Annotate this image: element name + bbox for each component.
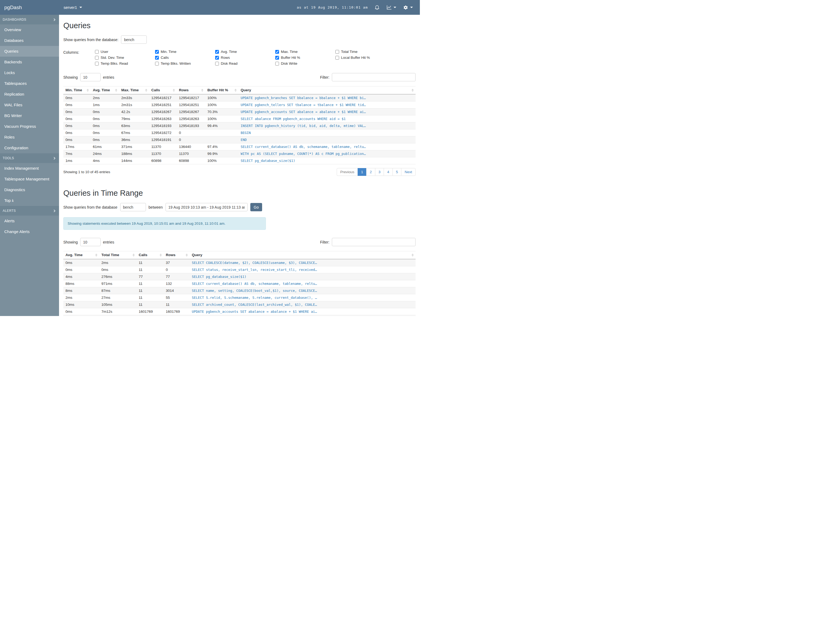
checkbox[interactable] (275, 50, 279, 54)
sidebar-item-bg-writer[interactable]: BG Writer (0, 110, 59, 121)
col-header-calls[interactable]: Calls (137, 251, 164, 259)
query-link[interactable]: UPDATE pgbench_accounts SET abalance = a… (241, 110, 366, 114)
database-input[interactable] (121, 35, 147, 44)
sidebar-item-roles[interactable]: Roles (0, 132, 59, 143)
query-link[interactable]: END (241, 138, 247, 142)
column-toggle-buffer-hit[interactable]: Buffer Hit % (275, 55, 335, 60)
column-toggle-std-dev-time[interactable]: Std. Dev. Time (95, 55, 155, 60)
checkbox[interactable] (215, 50, 219, 54)
checkbox[interactable] (95, 62, 99, 65)
checkbox[interactable] (155, 62, 159, 65)
col-header-avg-time[interactable]: Avg. Time (63, 251, 99, 259)
col-header-rows[interactable]: Rows (164, 251, 189, 259)
checkbox[interactable] (215, 62, 219, 65)
filter-input[interactable] (332, 73, 415, 81)
sort-icon (412, 89, 414, 92)
query-link[interactable]: UPDATE pgbench_accounts SET abalance = a… (192, 310, 317, 314)
column-toggle-user[interactable]: User (95, 50, 155, 54)
sidebar-item-overview[interactable]: Overview (0, 24, 59, 35)
query-link[interactable]: SELECT S.relid, S.schemaname, S.relname,… (192, 296, 317, 299)
col-header-min-time[interactable]: Min. Time (63, 86, 91, 95)
column-toggle-max-time[interactable]: Max. Time (275, 50, 335, 54)
checkbox[interactable] (95, 56, 99, 60)
charts-menu-button[interactable] (386, 5, 396, 10)
pagination-page-1[interactable]: 1 (358, 168, 367, 176)
pagination-previous[interactable]: Previous (337, 168, 358, 176)
sidebar-item-replication[interactable]: Replication (0, 89, 59, 100)
query-link[interactable]: SELECT name, setting, COALESCE(boot_val,… (192, 288, 317, 293)
table-row: 0ms0ms110SELECT status, receive_start_ls… (63, 266, 415, 273)
sidebar-item-databases[interactable]: Databases (0, 35, 59, 46)
filter-input[interactable] (332, 238, 415, 246)
settings-menu-button[interactable] (403, 5, 413, 11)
query-link[interactable]: UPDATE pgbench_branches SET bbalance = b… (241, 96, 366, 100)
query-link[interactable]: SELECT pg_database_size($1) (241, 159, 295, 163)
query-link[interactable]: SELECT archived_count, COALESCE(last_arc… (192, 303, 317, 307)
query-link[interactable]: BEGIN (241, 131, 251, 135)
sidebar-item-configuration[interactable]: Configuration (0, 143, 59, 153)
sidebar-item-tablespaces[interactable]: Tablespaces (0, 78, 59, 89)
column-toggle-total-time[interactable]: Total Time (335, 50, 395, 54)
query-link[interactable]: SELECT COALESCE(datname, $2), COALESCE(u… (192, 261, 317, 265)
col-header-max-time[interactable]: Max. Time (119, 86, 149, 95)
time-range-input[interactable] (166, 203, 248, 211)
sidebar-item-top-k[interactable]: Top k (0, 195, 59, 206)
col-header-buffer-hit[interactable]: Buffer Hit % (205, 86, 238, 95)
sidebar-item-locks[interactable]: Locks (0, 67, 59, 78)
checkbox[interactable] (95, 50, 99, 54)
sidebar-item-alerts[interactable]: Alerts (0, 215, 59, 227)
col-header-avg-time[interactable]: Avg. Time (91, 86, 119, 95)
column-toggle-rows[interactable]: Rows (215, 55, 275, 60)
checkbox[interactable] (335, 50, 339, 54)
col-header-rows[interactable]: Rows (177, 86, 205, 95)
pagination-page-5[interactable]: 5 (393, 168, 402, 176)
col-header-calls[interactable]: Calls (149, 86, 177, 95)
notifications-button[interactable] (374, 5, 380, 10)
pagination-page-3[interactable]: 3 (375, 168, 384, 176)
checkbox[interactable] (155, 56, 159, 60)
col-header-total-time[interactable]: Total Time (99, 251, 137, 259)
column-toggle-min-time[interactable]: Min. Time (155, 50, 215, 54)
sidebar-item-index-management[interactable]: Index Management (0, 163, 59, 174)
column-toggle-disk-write[interactable]: Disk Write (275, 62, 335, 65)
entries-count-input[interactable] (80, 238, 101, 246)
go-button[interactable]: Go (250, 203, 262, 211)
column-toggle-disk-read[interactable]: Disk Read (215, 62, 275, 65)
pagination-page-2[interactable]: 2 (366, 168, 375, 176)
query-link[interactable]: WITH pc AS (SELECT pubname, COUNT(*) AS … (241, 152, 366, 156)
column-toggle-avg-time[interactable]: Avg. Time (215, 50, 275, 54)
column-toggle-calls[interactable]: Calls (155, 55, 215, 60)
query-link[interactable]: UPDATE pgbench_tellers SET tbalance = tb… (241, 103, 366, 107)
sidebar-item-queries[interactable]: Queries (0, 46, 59, 57)
query-link[interactable]: SELECT abalance FROM pgbench_accounts WH… (241, 117, 346, 121)
column-toggle-temp-blks-written[interactable]: Temp Blks. Written (155, 62, 215, 65)
sidebar-item-backends[interactable]: Backends (0, 57, 59, 67)
sidebar-section-tools[interactable]: TOOLS (0, 153, 59, 163)
query-link[interactable]: SELECT pg_database_size($1) (192, 275, 246, 279)
server-selector[interactable]: server1 (63, 5, 82, 10)
sidebar-item-diagnostics[interactable]: Diagnostics (0, 184, 59, 195)
sidebar-section-dashboards[interactable]: DASHBOARDS (0, 15, 59, 24)
pagination-page-4[interactable]: 4 (384, 168, 393, 176)
col-header-query[interactable]: Query (238, 86, 415, 95)
sidebar-item-wal-files[interactable]: WAL Files (0, 100, 59, 110)
sidebar-item-vacuum-progress[interactable]: Vacuum Progress (0, 121, 59, 132)
query-link[interactable]: INSERT INTO pgbench_history (tid, bid, a… (241, 124, 366, 128)
query-link[interactable]: SELECT status, receive_start_lsn, receiv… (192, 268, 317, 272)
sidebar-item-change-alerts[interactable]: Change Alerts (0, 227, 59, 237)
checkbox[interactable] (275, 62, 279, 65)
checkbox[interactable] (155, 50, 159, 54)
entries-count-input[interactable] (80, 73, 101, 81)
column-toggle-temp-blks-read[interactable]: Temp Blks. Read (95, 62, 155, 65)
query-link[interactable]: SELECT current_database() AS db, scheman… (192, 282, 317, 286)
sidebar-section-alerts[interactable]: ALERTS (0, 206, 59, 215)
query-link[interactable]: SELECT current_database() AS db, scheman… (241, 145, 366, 149)
sidebar-item-tablespace-management[interactable]: Tablespace Management (0, 174, 59, 184)
column-toggle-local-buffer-hit[interactable]: Local Buffer Hit % (335, 55, 395, 60)
checkbox[interactable] (215, 56, 219, 60)
database-input[interactable] (120, 203, 146, 211)
checkbox[interactable] (335, 56, 339, 60)
col-header-query[interactable]: Query (189, 251, 415, 259)
pagination-next[interactable]: Next (401, 168, 415, 176)
checkbox[interactable] (275, 56, 279, 60)
